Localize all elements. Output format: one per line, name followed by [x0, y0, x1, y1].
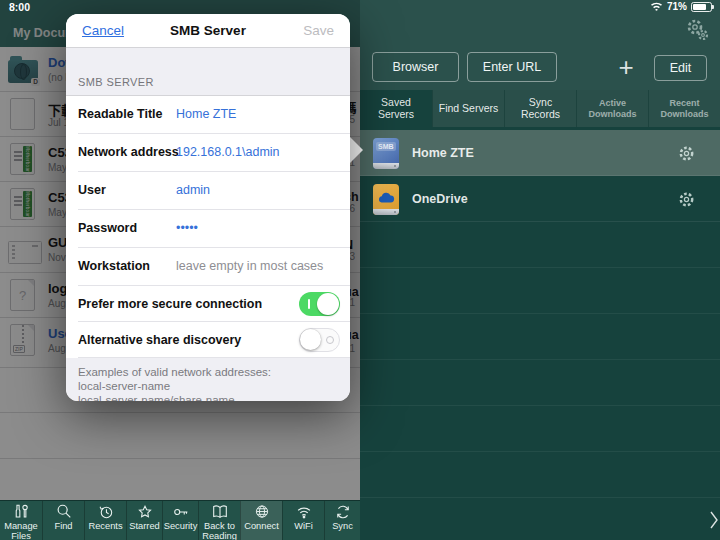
settings-gears-icon[interactable]	[682, 16, 712, 46]
popover-header: Cancel SMB Server Save	[66, 14, 350, 48]
sync-icon	[333, 503, 353, 521]
server-row-onedrive[interactable]: OneDrive	[360, 176, 720, 222]
share-discovery-row: Alternative share discovery	[66, 322, 350, 358]
screen: Browser Enter URL + Edit Saved Servers F…	[0, 0, 720, 540]
toolbar-starred[interactable]: Starred	[126, 501, 162, 540]
password-row[interactable]: Password •••••	[66, 210, 350, 248]
workstation-placeholder[interactable]: leave empty in most cases	[176, 259, 323, 273]
toolbar-wifi[interactable]: WiFi	[282, 501, 324, 540]
tools-icon	[11, 503, 31, 521]
status-bar: 8:00 71%	[0, 0, 720, 14]
onedrive-drive-icon	[373, 184, 399, 215]
workstation-row[interactable]: Workstation leave empty in most cases	[66, 248, 350, 286]
smb-server-popover: Cancel SMB Server Save SMB SERVER Readab…	[66, 14, 350, 401]
list-separator	[360, 405, 720, 406]
enter-url-button[interactable]: Enter URL	[467, 52, 557, 82]
smb-drive-icon: SMB	[373, 138, 399, 169]
server-name: Home ZTE	[412, 146, 474, 160]
user-value[interactable]: admin	[176, 183, 210, 197]
section-header: SMB SERVER	[66, 48, 350, 96]
battery-icon	[691, 2, 712, 12]
list-separator	[360, 497, 720, 498]
toolbar-find[interactable]: Find	[42, 501, 84, 540]
connections-panel: Browser Enter URL + Edit Saved Servers F…	[360, 0, 720, 540]
tab-find-servers[interactable]: Find Servers	[432, 90, 504, 127]
toolbar-manage-files[interactable]: Manage Files	[0, 501, 42, 540]
list-separator	[360, 359, 720, 360]
add-server-button[interactable]: +	[610, 51, 642, 83]
list-separator	[360, 313, 720, 314]
network-address-row[interactable]: Network address 192.168.0.1\admin	[66, 134, 350, 172]
server-gear-icon[interactable]	[677, 190, 696, 209]
list-separator	[360, 267, 720, 268]
secure-connection-row: Prefer more secure connection	[66, 286, 350, 322]
magnifier-icon	[54, 503, 74, 521]
globe-icon	[252, 503, 272, 521]
edit-button[interactable]: Edit	[654, 55, 707, 81]
book-icon	[210, 503, 230, 521]
tab-active-downloads[interactable]: Active Downloads	[576, 90, 648, 127]
readable-title-row[interactable]: Readable Title Home ZTE	[66, 96, 350, 134]
server-name: OneDrive	[412, 192, 468, 206]
save-button[interactable]: Save	[303, 23, 334, 38]
toolbar-sync[interactable]: Sync	[324, 501, 360, 540]
popover-arrow	[349, 136, 363, 164]
wifi-icon	[294, 503, 314, 521]
password-value[interactable]: •••••	[176, 221, 198, 235]
server-gear-icon[interactable]	[677, 144, 696, 163]
server-row-home-zte[interactable]: SMB Home ZTE	[360, 130, 720, 176]
star-icon	[135, 503, 155, 521]
toolbar-back-to-reading[interactable]: Back to Reading	[198, 501, 240, 540]
tab-saved-servers[interactable]: Saved Servers	[360, 90, 432, 127]
popover-footer-help: Examples of valid network addresses: loc…	[66, 358, 350, 401]
browser-button[interactable]: Browser	[372, 52, 459, 82]
toolbar-connect[interactable]: Connect	[240, 501, 282, 540]
network-address-value[interactable]: 192.168.0.1\admin	[176, 145, 280, 159]
tab-sync-records[interactable]: Sync Records	[504, 90, 576, 127]
status-clock: 8:00	[9, 1, 30, 13]
battery-percent: 71%	[667, 1, 687, 12]
tab-recent-downloads[interactable]: Recent Downloads	[648, 90, 720, 127]
toolbar-security[interactable]: Security	[162, 501, 198, 540]
clock-icon	[96, 503, 116, 521]
list-separator	[360, 451, 720, 452]
share-discovery-toggle[interactable]	[299, 328, 340, 352]
server-tabs: Saved Servers Find Servers Sync Records …	[360, 90, 720, 127]
toolbar-more-chevron-icon[interactable]	[709, 509, 719, 531]
status-wifi-icon	[650, 2, 663, 12]
key-icon	[171, 503, 191, 521]
secure-connection-toggle[interactable]	[299, 292, 340, 316]
bottom-toolbar: Manage Files Find Recents	[0, 500, 360, 540]
toolbar-recents[interactable]: Recents	[84, 501, 126, 540]
readable-title-value[interactable]: Home ZTE	[176, 107, 236, 121]
user-row[interactable]: User admin	[66, 172, 350, 210]
